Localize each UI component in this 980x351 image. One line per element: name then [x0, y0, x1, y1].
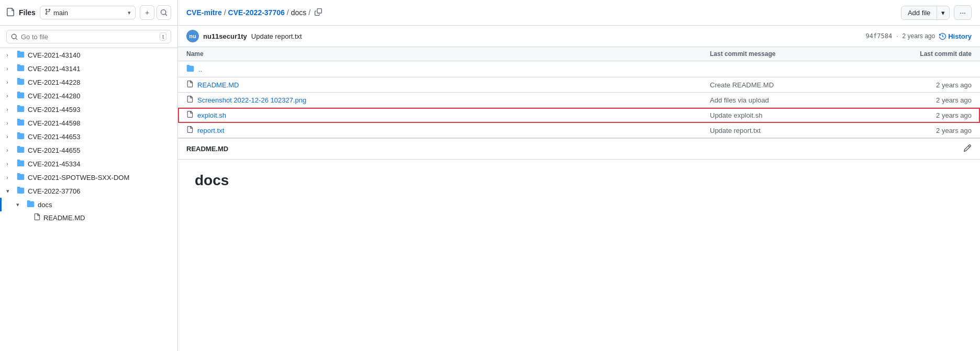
tree-item-cve-43141[interactable]: ›CVE-2021-43141	[0, 62, 177, 75]
folder-icon	[17, 91, 25, 100]
tree-item-label: CVE-2021-45334	[28, 160, 80, 168]
tree-item-label: CVE-2021-43141	[28, 65, 80, 73]
readme-section: README.MD docs	[178, 139, 980, 351]
table-row-readme[interactable]: README.MDCreate README.MD2 years ago	[178, 77, 980, 93]
folder-icon	[17, 105, 25, 114]
folder-icon	[17, 132, 25, 141]
file-icon	[186, 111, 193, 119]
folder-icon	[17, 77, 25, 87]
tree-item-label: CVE-2021-43140	[28, 51, 80, 59]
tree-item-label: CVE-2021-44653	[28, 133, 80, 141]
search-input-wrap[interactable]: t	[6, 30, 171, 43]
table-row-report[interactable]: report.txtUpdate report.txt2 years ago	[178, 123, 980, 138]
history-icon	[939, 33, 946, 40]
tree-item-cve-44655[interactable]: ›CVE-2021-44655	[0, 143, 177, 157]
date-cell-readme: 2 years ago	[867, 81, 972, 89]
goto-file-input[interactable]	[21, 33, 157, 41]
date-cell-report: 2 years ago	[867, 127, 972, 134]
table-row-screenshot[interactable]: Screenshot 2022-12-26 102327.pngAdd file…	[178, 93, 980, 108]
file-link-readme[interactable]: README.MD	[197, 81, 239, 89]
chevron-icon: ›	[6, 79, 14, 85]
chevron-icon: ›	[6, 106, 14, 112]
header-actions: Add file ▾ ···	[901, 5, 972, 20]
file-link-screenshot[interactable]: Screenshot 2022-12-26 102327.png	[197, 96, 306, 104]
tree-item-label: CVE-2021-44228	[28, 78, 80, 86]
date-cell-screenshot: 2 years ago	[867, 96, 972, 104]
folder-icon	[17, 145, 25, 155]
branch-name: main	[53, 9, 126, 17]
commit-msg-readme: Create README.MD	[710, 81, 867, 89]
tree-item-label: CVE-2022-37706	[28, 187, 80, 195]
breadcrumb-sep-3: /	[308, 8, 310, 17]
tree-item-cve-44228[interactable]: ›CVE-2021-44228	[0, 75, 177, 89]
breadcrumb-cve-mitre[interactable]: CVE-mitre	[186, 8, 222, 17]
history-button[interactable]: History	[939, 32, 972, 40]
commit-hash[interactable]: 94f7584	[866, 32, 893, 40]
main-content: CVE-mitre / CVE-2022-37706 / docs / Add …	[178, 0, 980, 351]
tree-item-label: CVE-2021-44593	[28, 106, 80, 114]
sidebar-title-text: Files	[19, 8, 36, 17]
avatar: nu	[186, 30, 199, 42]
readme-header: README.MD	[178, 139, 980, 160]
copy-path-button[interactable]	[313, 7, 324, 18]
readme-heading: docs	[195, 172, 963, 189]
branch-icon	[44, 8, 51, 17]
table-row-exploit[interactable]: exploit.shUpdate exploit.sh2 years ago	[178, 108, 980, 123]
tree-item-docs[interactable]: ▾docs	[0, 198, 177, 211]
add-file-button[interactable]: Add file ▾	[901, 6, 950, 20]
file-table: Name Last commit message Last commit dat…	[178, 47, 980, 139]
tree-item-cve-spotweb[interactable]: ›CVE-2021-SPOTWEB-SXX-DOM	[0, 171, 177, 184]
folder-icon	[186, 64, 194, 74]
folder-icon	[17, 64, 25, 73]
tree-item-label: CVE-2021-44655	[28, 146, 80, 154]
add-file-dropdown-icon[interactable]: ▾	[937, 6, 949, 19]
file-icon	[186, 81, 193, 89]
file-link-report[interactable]: report.txt	[197, 127, 224, 134]
commit-left: nu nu11secur1ty Update report.txt	[186, 30, 302, 42]
tree-item-cve-44593[interactable]: ›CVE-2021-44593	[0, 103, 177, 116]
tree-item-cve-44598[interactable]: ›CVE-2021-44598	[0, 116, 177, 130]
file-link-parent[interactable]: ..	[198, 65, 202, 73]
file-icon	[186, 96, 193, 104]
chevron-icon: ›	[6, 133, 14, 140]
sidebar-title: Files	[6, 8, 36, 18]
new-file-button[interactable]: +	[140, 5, 154, 20]
chevron-icon: ▾	[16, 201, 24, 208]
col-date: Last commit date	[867, 50, 972, 58]
edit-icon[interactable]	[963, 144, 972, 154]
folder-icon	[27, 200, 35, 209]
tree-item-label: CVE-2021-44598	[28, 119, 80, 127]
commit-bar: nu nu11secur1ty Update report.txt 94f758…	[178, 26, 980, 47]
tree-item-label: CVE-2021-44280	[28, 92, 80, 100]
more-options-button[interactable]: ···	[954, 5, 972, 20]
tree-item-cve-45334[interactable]: ›CVE-2021-45334	[0, 157, 177, 171]
commit-time: ·	[896, 32, 898, 40]
table-row-parent[interactable]: ..	[178, 61, 980, 77]
breadcrumb-cve-37706[interactable]: CVE-2022-37706	[228, 8, 285, 17]
tree-item-cve-43140[interactable]: ›CVE-2021-43140	[0, 48, 177, 62]
tree-item-cve-44653[interactable]: ›CVE-2021-44653	[0, 130, 177, 143]
chevron-icon: ›	[6, 120, 14, 126]
file-cell-screenshot: Screenshot 2022-12-26 102327.png	[186, 96, 710, 104]
tree-item-readme-md-tree[interactable]: README.MD	[0, 211, 177, 224]
folder-icon	[17, 159, 25, 168]
breadcrumb-docs: docs	[291, 8, 307, 17]
sidebar-actions: +	[140, 5, 171, 20]
chevron-icon: ›	[6, 147, 14, 153]
breadcrumb: CVE-mitre / CVE-2022-37706 / docs /	[186, 7, 324, 18]
search-icon	[11, 33, 18, 40]
tree-item-cve-44280[interactable]: ›CVE-2021-44280	[0, 89, 177, 103]
search-button[interactable]	[157, 5, 171, 20]
tree-item-cve-37706[interactable]: ▾CVE-2022-37706	[0, 184, 177, 198]
history-label: History	[948, 32, 972, 40]
file-link-exploit[interactable]: exploit.sh	[197, 111, 226, 119]
commit-username[interactable]: nu11secur1ty	[203, 32, 247, 40]
commit-msg-exploit: Update exploit.sh	[710, 111, 867, 119]
file-icon	[186, 126, 193, 134]
chevron-icon: ›	[6, 93, 14, 99]
breadcrumb-sep-2: /	[287, 8, 289, 17]
chevron-icon: ›	[6, 161, 14, 167]
folder-icon	[17, 50, 25, 60]
chevron-icon: ›	[6, 65, 14, 72]
branch-selector[interactable]: main ▾	[40, 6, 136, 19]
